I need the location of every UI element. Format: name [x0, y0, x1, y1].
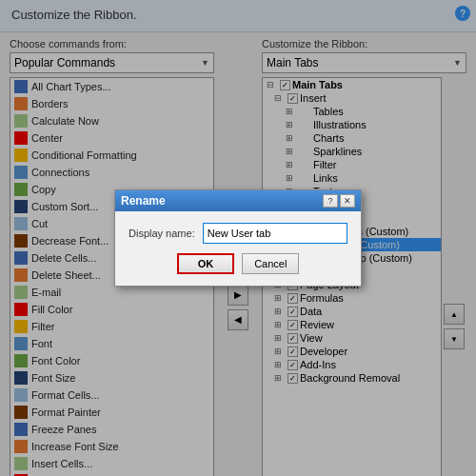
display-name-label: Display name:	[129, 228, 195, 239]
rename-dialog: Rename ? ✕ Display name: OK Cancel	[114, 189, 362, 287]
dialog-cancel-button[interactable]: Cancel	[242, 253, 299, 274]
dialog-close-button[interactable]: ✕	[340, 194, 355, 208]
dialog-title: Rename	[121, 194, 166, 208]
dialog-ok-button[interactable]: OK	[177, 253, 235, 274]
dialog-titlebar: Rename ? ✕	[115, 190, 361, 211]
dialog-overlay: Rename ? ✕ Display name: OK Cancel	[0, 0, 476, 476]
dialog-question-button[interactable]: ?	[323, 194, 338, 208]
display-name-input[interactable]	[203, 223, 347, 244]
